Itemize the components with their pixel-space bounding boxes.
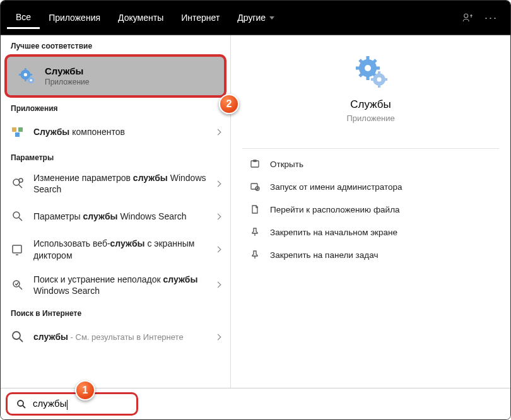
tab-internet[interactable]: Интернет xyxy=(172,7,228,29)
tab-more[interactable]: Другие xyxy=(228,7,283,29)
svg-point-8 xyxy=(30,79,32,81)
result-param-item[interactable]: Изменение параметров службы Windows Sear… xyxy=(1,166,230,201)
narrator-icon xyxy=(11,243,25,257)
svg-line-13 xyxy=(19,185,22,188)
svg-point-2 xyxy=(24,73,27,76)
pin-icon xyxy=(250,227,260,237)
svg-point-34 xyxy=(377,78,381,82)
svg-line-32 xyxy=(373,60,376,62)
annotation-step-2: 2 xyxy=(219,94,239,114)
action-pin-taskbar[interactable]: Закрепить на панели задач xyxy=(231,243,510,266)
admin-icon xyxy=(250,182,260,192)
services-icon xyxy=(18,67,36,85)
tab-documents[interactable]: Документы xyxy=(109,7,172,29)
result-param-item[interactable]: Параметры службы Windows Search xyxy=(1,201,230,231)
svg-point-21 xyxy=(13,332,20,339)
svg-rect-17 xyxy=(13,245,21,253)
preview-subtitle: Приложение xyxy=(346,114,394,123)
chevron-down-icon xyxy=(269,16,274,20)
section-params: Параметры xyxy=(1,147,230,166)
search-settings-icon xyxy=(11,177,25,190)
svg-line-22 xyxy=(20,339,23,342)
result-param-item[interactable]: Использовать веб-службы с экранным дикто… xyxy=(1,231,230,267)
svg-point-15 xyxy=(13,212,20,218)
svg-line-45 xyxy=(23,405,25,408)
svg-line-16 xyxy=(19,218,22,221)
svg-point-0 xyxy=(464,14,468,18)
pin-icon xyxy=(250,250,260,260)
svg-line-20 xyxy=(19,286,22,289)
file-location-icon xyxy=(250,204,260,214)
svg-line-29 xyxy=(360,60,362,62)
more-options-icon[interactable]: ··· xyxy=(485,11,498,25)
svg-rect-10 xyxy=(18,127,23,132)
filter-tabs: Все Приложения Документы Интернет Другие xyxy=(7,7,462,29)
section-web: Поиск в Интернете xyxy=(1,303,230,322)
section-apps: Приложения xyxy=(1,98,230,117)
result-web-item[interactable]: службы - См. результаты в Интернете xyxy=(1,322,230,352)
svg-line-31 xyxy=(360,74,362,76)
services-icon xyxy=(354,54,388,88)
preview-panel: Службы Приложение Открыть Запуск от имен… xyxy=(231,35,510,388)
svg-rect-40 xyxy=(251,184,257,189)
search-settings-icon xyxy=(11,209,25,223)
action-open[interactable]: Открыть xyxy=(231,153,510,175)
best-match-item[interactable]: Службы Приложение xyxy=(4,54,226,98)
chevron-right-icon xyxy=(215,247,221,253)
search-box[interactable]: службы xyxy=(6,392,138,415)
result-param-item[interactable]: Поиск и устранение неполадок службы Wind… xyxy=(1,267,230,303)
svg-rect-11 xyxy=(15,132,20,137)
chevron-right-icon xyxy=(215,180,221,187)
divider xyxy=(242,148,499,149)
search-icon xyxy=(16,399,26,409)
preview-title: Службы xyxy=(350,98,391,111)
annotation-step-1: 1 xyxy=(75,380,95,400)
chevron-right-icon xyxy=(215,213,221,219)
svg-rect-9 xyxy=(12,127,16,132)
header: Все Приложения Документы Интернет Другие… xyxy=(1,1,510,35)
tab-all[interactable]: Все xyxy=(7,7,40,29)
results-panel: Лучшее соответствие Службы Приложение Пр… xyxy=(1,35,231,388)
svg-point-24 xyxy=(365,65,371,71)
action-open-location[interactable]: Перейти к расположению файла xyxy=(231,198,510,221)
chevron-right-icon xyxy=(215,334,221,340)
search-input[interactable]: службы xyxy=(33,398,68,409)
section-best-match: Лучшее соответствие xyxy=(1,35,230,54)
best-match-title: Службы xyxy=(45,66,89,76)
search-icon xyxy=(11,330,25,344)
component-services-icon xyxy=(11,125,25,139)
action-pin-start[interactable]: Закрепить на начальном экране xyxy=(231,221,510,243)
tab-apps[interactable]: Приложения xyxy=(40,7,109,29)
svg-point-44 xyxy=(18,400,23,406)
svg-point-19 xyxy=(13,281,20,287)
troubleshoot-icon xyxy=(11,278,25,292)
action-run-as-admin[interactable]: Запуск от имени администратора xyxy=(231,175,510,198)
result-app-item[interactable]: Службы компонентов xyxy=(1,117,230,147)
open-icon xyxy=(250,159,260,169)
chevron-right-icon xyxy=(215,282,221,288)
chevron-right-icon xyxy=(215,129,221,135)
feedback-icon[interactable] xyxy=(462,12,473,23)
best-match-subtitle: Приложение xyxy=(45,78,89,86)
